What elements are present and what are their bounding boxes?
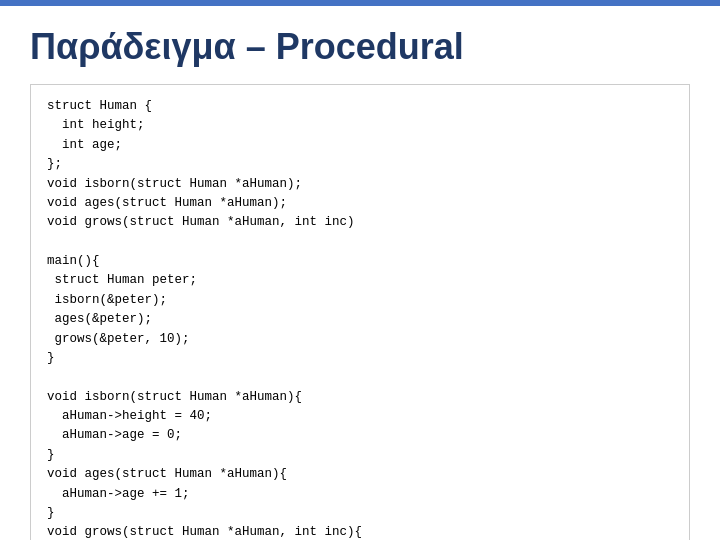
slide-container: Παράδειγμα – Procedural struct Human { i… bbox=[0, 6, 720, 540]
slide-title: Παράδειγμα – Procedural bbox=[30, 26, 690, 68]
code-block: struct Human { int height; int age; }; v… bbox=[30, 84, 690, 540]
